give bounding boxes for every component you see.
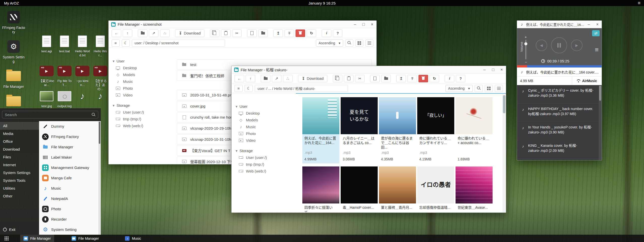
file-tile[interactable]: 毒＿HamoP cover... bbox=[341, 166, 378, 213]
copy-button[interactable] bbox=[333, 75, 342, 82]
sidebar-item[interactable]: Models bbox=[232, 117, 296, 123]
sidebar-item[interactable]: tmp (tmp:/) bbox=[232, 161, 296, 168]
app-item[interactable]: Manga Cafe bbox=[39, 173, 101, 183]
file-tile[interactable]: 世紀東京＿Avase... bbox=[456, 166, 493, 213]
app-item[interactable]: System Setting bbox=[39, 224, 101, 235]
desktop-icon[interactable]: test.jpg bbox=[38, 90, 55, 108]
search-input[interactable] bbox=[5, 113, 92, 117]
category-item[interactable]: Download bbox=[0, 145, 39, 153]
sidebar-item[interactable]: Web (web:/) bbox=[232, 168, 296, 175]
desktop-icon[interactable]: 【東方Vocal... bbox=[38, 64, 55, 91]
rename-button[interactable] bbox=[407, 75, 417, 82]
category-item[interactable]: System Tools bbox=[0, 177, 39, 184]
swap-output-button[interactable] bbox=[592, 30, 600, 36]
search-box[interactable] bbox=[2, 111, 98, 118]
scrollbar[interactable] bbox=[98, 121, 101, 235]
refresh-button[interactable] bbox=[430, 75, 439, 82]
sidebar-item[interactable]: Music bbox=[232, 123, 296, 130]
category-item[interactable]: Media bbox=[0, 130, 39, 137]
category-item[interactable]: System Settings bbox=[0, 169, 39, 177]
taskbar-task[interactable]: Music bbox=[122, 235, 144, 242]
app-item[interactable]: FFmpeg Factory bbox=[39, 131, 101, 142]
grid-view-button[interactable] bbox=[485, 85, 493, 92]
previous-track-button[interactable] bbox=[536, 40, 547, 51]
sort-order-select[interactable]: Ascending bbox=[445, 85, 473, 92]
maximize-button[interactable] bbox=[362, 22, 365, 27]
apps-grid-button[interactable] bbox=[2, 235, 12, 242]
desktop-icon[interactable] bbox=[92, 90, 109, 108]
close-button[interactable] bbox=[500, 67, 503, 72]
grid-view-button[interactable] bbox=[355, 40, 363, 47]
minimize-button[interactable] bbox=[353, 22, 357, 27]
next-track-button[interactable] bbox=[571, 40, 583, 51]
app-item[interactable]: Dummy bbox=[39, 121, 101, 131]
volume-thumb[interactable] bbox=[524, 42, 527, 45]
address-input[interactable]: user: / Desktop / screenshot bbox=[132, 40, 225, 47]
volume-up-icon[interactable] bbox=[525, 35, 527, 39]
category-item[interactable]: Internet bbox=[0, 161, 39, 169]
search-button[interactable] bbox=[345, 40, 353, 47]
file-tile[interactable]: イロの愚者 忘却感傷仲偕温晴... bbox=[417, 166, 454, 213]
file-tile[interactable]: 四季折々に揺蕩いて... bbox=[302, 166, 339, 213]
sidebar-item[interactable]: tmp (tmp:/) bbox=[109, 116, 173, 122]
player-menu-button[interactable] bbox=[595, 46, 599, 53]
file-tile[interactable]: 例えば、今此処に置かれた花に＿164... .mp3 4.99MB bbox=[302, 97, 339, 163]
sidebar-item[interactable]: Video bbox=[232, 137, 296, 144]
help-button[interactable] bbox=[456, 75, 465, 82]
category-item[interactable]: Files bbox=[0, 153, 39, 161]
share-button[interactable] bbox=[160, 29, 170, 37]
cut-button[interactable] bbox=[355, 75, 365, 82]
top-menu-icon[interactable] bbox=[638, 0, 640, 6]
app-item[interactable]: NotepadA bbox=[39, 193, 101, 204]
sidebar-section-storage[interactable]: Storage bbox=[232, 147, 296, 154]
open-external-button[interactable] bbox=[272, 75, 281, 82]
airmusic-source[interactable]: AirMusic bbox=[572, 77, 602, 85]
sidebar-item[interactable]: Desktop bbox=[232, 110, 296, 117]
refresh-button[interactable] bbox=[307, 29, 316, 37]
scrollbar[interactable] bbox=[502, 94, 506, 213]
new-file-button[interactable] bbox=[370, 75, 380, 82]
address-input[interactable]: user: / ... / Hello World / 柘榴-zakuro- bbox=[255, 85, 348, 92]
exit-button[interactable]: Exit bbox=[3, 227, 15, 232]
desktop-icon[interactable]: test.agi bbox=[38, 35, 55, 57]
playlist-item[interactable]: KING _ Kanaria cover. by 柘榴-zakuro-.mp3 … bbox=[517, 140, 602, 159]
sidebar-item[interactable]: Music bbox=[109, 78, 173, 85]
rename-button[interactable] bbox=[284, 29, 294, 37]
desktop-icon[interactable]: test.bat bbox=[56, 35, 73, 57]
upload-button[interactable] bbox=[273, 29, 283, 37]
sidebar-item[interactable]: Video bbox=[109, 92, 173, 98]
volume-track[interactable] bbox=[525, 40, 526, 59]
desktop-icon[interactable]: Hello World.txt bbox=[74, 35, 91, 57]
open-button[interactable] bbox=[261, 75, 270, 82]
category-item[interactable]: Other bbox=[0, 192, 39, 200]
close-button[interactable] bbox=[596, 22, 599, 27]
taskbar-task[interactable]: File Manager bbox=[68, 235, 102, 242]
sidebar-item[interactable]: Models bbox=[109, 71, 173, 78]
delete-button[interactable] bbox=[296, 29, 305, 37]
file-tile[interactable]: 夏を見て いるかな 八月のレイニー＿はるまきごはん co... .mp3 3.0… bbox=[341, 97, 378, 163]
app-item[interactable]: Recorder bbox=[39, 214, 101, 224]
volume-down-icon[interactable] bbox=[525, 60, 527, 64]
sort-order-select[interactable]: Ascending bbox=[316, 40, 343, 47]
new-folder-button[interactable] bbox=[381, 75, 391, 82]
cut-button[interactable] bbox=[232, 29, 242, 37]
up-button[interactable] bbox=[123, 29, 132, 37]
download-button[interactable]: Download bbox=[175, 29, 204, 37]
dark-mode-toggle[interactable] bbox=[245, 85, 253, 92]
sidebar-item[interactable]: User (user:/) bbox=[232, 154, 296, 161]
file-tile[interactable]: 命に嫌われている＿+ acoustic co... 1.69MB bbox=[456, 97, 493, 163]
app-item[interactable]: Label Maker bbox=[39, 152, 101, 162]
app-item[interactable]: Photo bbox=[39, 204, 101, 214]
app-item[interactable]: File Manager bbox=[39, 142, 101, 152]
new-folder-button[interactable] bbox=[258, 29, 268, 37]
copy-button[interactable] bbox=[210, 29, 219, 37]
back-button[interactable] bbox=[235, 75, 244, 82]
desktop-icon[interactable] bbox=[74, 90, 91, 108]
titlebar[interactable]: File Manager - screenshot bbox=[109, 21, 376, 28]
titlebar[interactable]: File Manager - 柘榴-zakuro- bbox=[232, 66, 506, 74]
playlist-item[interactable]: HAPPY BIRTHDAY _ back number cover. by柘榴… bbox=[517, 103, 602, 122]
desktop-icon[interactable]: ~yu kimin... bbox=[74, 64, 91, 91]
app-item[interactable]: Management Gateway bbox=[39, 162, 101, 173]
desktop-icon[interactable]: Hello Wor... bbox=[92, 35, 109, 57]
minimize-button[interactable] bbox=[587, 22, 591, 27]
